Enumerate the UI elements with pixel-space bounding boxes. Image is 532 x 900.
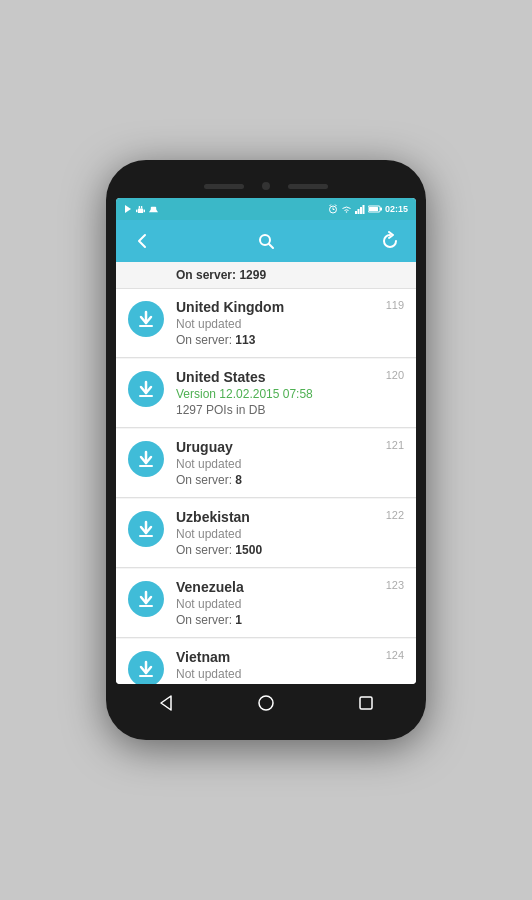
- svg-rect-1: [138, 208, 143, 213]
- item-server-uy: On server: 8: [176, 473, 404, 487]
- header-server-label: On server:: [176, 268, 239, 282]
- svg-marker-0: [125, 205, 131, 213]
- item-status-ve: Not updated: [176, 597, 404, 611]
- item-status-uz: Not updated: [176, 527, 404, 541]
- item-number-uy: 121: [386, 439, 404, 451]
- download-icon-uy[interactable]: [128, 441, 164, 477]
- download-icon-us[interactable]: [128, 371, 164, 407]
- item-content-uz: Uzbekistan Not updated On server: 1500: [176, 509, 404, 557]
- item-content-uk: United Kingdom Not updated On server: 11…: [176, 299, 404, 347]
- item-server-uz: On server: 1500: [176, 543, 404, 557]
- item-title-uy: Uruguay: [176, 439, 404, 455]
- download-icon-ve[interactable]: [128, 581, 164, 617]
- item-content-vn: Vietnam Not updated On server: 20: [176, 649, 404, 684]
- download-arrow-us: [137, 380, 155, 398]
- svg-rect-15: [360, 207, 362, 214]
- list-item[interactable]: Vietnam Not updated On server: 20 124: [116, 639, 416, 684]
- header-server-count: 1299: [239, 268, 266, 282]
- list-item[interactable]: Venezuela Not updated On server: 1 123: [116, 569, 416, 638]
- nav-bar: [116, 684, 416, 722]
- phone-screen: 02:15 On server: 1299: [116, 198, 416, 684]
- status-bar-right: 02:15: [328, 204, 408, 214]
- back-button[interactable]: [128, 227, 156, 255]
- item-server-uk: On server: 113: [176, 333, 404, 347]
- play-icon: [124, 205, 132, 213]
- item-status-uk: Not updated: [176, 317, 404, 331]
- recents-nav-button[interactable]: [352, 689, 380, 717]
- country-list: United Kingdom Not updated On server: 11…: [116, 289, 416, 684]
- item-server-vn: On server: 20: [176, 683, 404, 684]
- download-arrow-ve: [137, 590, 155, 608]
- list-item[interactable]: United States Version 12.02.2015 07:58 1…: [116, 359, 416, 428]
- list-item[interactable]: Uzbekistan Not updated On server: 1500 1…: [116, 499, 416, 568]
- list-item[interactable]: Uruguay Not updated On server: 8 121: [116, 429, 416, 498]
- download-arrow-uz: [137, 520, 155, 538]
- item-status-uy: Not updated: [176, 457, 404, 471]
- item-extra-us: 1297 POIs in DB: [176, 403, 404, 417]
- notification-icon: [149, 205, 158, 214]
- download-icon-uk[interactable]: [128, 301, 164, 337]
- svg-marker-34: [161, 696, 171, 710]
- item-title-uk: United Kingdom: [176, 299, 404, 315]
- alarm-icon: [328, 204, 338, 214]
- item-number-ve: 123: [386, 579, 404, 591]
- download-arrow-uy: [137, 450, 155, 468]
- list-header: On server: 1299: [116, 262, 416, 289]
- back-nav-icon: [157, 694, 175, 712]
- wifi-icon: [341, 205, 352, 214]
- svg-rect-36: [360, 697, 372, 709]
- item-title-us: United States: [176, 369, 404, 385]
- svg-line-12: [335, 205, 337, 207]
- svg-rect-2: [136, 209, 137, 212]
- list-item[interactable]: United Kingdom Not updated On server: 11…: [116, 289, 416, 358]
- item-status-us: Version 12.02.2015 07:58: [176, 387, 404, 401]
- download-icon-uz[interactable]: [128, 511, 164, 547]
- item-title-ve: Venezuela: [176, 579, 404, 595]
- signal-icon: [355, 205, 365, 214]
- svg-rect-3: [144, 209, 145, 212]
- app-toolbar: [116, 220, 416, 262]
- item-number-us: 120: [386, 369, 404, 381]
- android-icon: [136, 205, 145, 214]
- item-status-vn: Not updated: [176, 667, 404, 681]
- svg-rect-14: [357, 209, 359, 214]
- item-number-vn: 124: [386, 649, 404, 661]
- svg-rect-4: [139, 205, 140, 208]
- battery-icon: [368, 205, 382, 213]
- phone-device: 02:15 On server: 1299: [106, 160, 426, 740]
- svg-rect-19: [369, 207, 378, 211]
- item-content-ve: Venezuela Not updated On server: 1: [176, 579, 404, 627]
- item-server-ve: On server: 1: [176, 613, 404, 627]
- svg-marker-7: [149, 209, 158, 212]
- time-display: 02:15: [385, 204, 408, 214]
- svg-rect-16: [362, 205, 364, 214]
- download-icon-vn[interactable]: [128, 651, 164, 684]
- svg-line-21: [269, 244, 273, 248]
- recents-nav-icon: [358, 695, 374, 711]
- item-number-uz: 122: [386, 509, 404, 521]
- svg-rect-13: [355, 211, 357, 214]
- svg-point-35: [259, 696, 273, 710]
- status-bar-left: [124, 205, 158, 214]
- download-arrow-uk: [137, 310, 155, 328]
- item-content-us: United States Version 12.02.2015 07:58 1…: [176, 369, 404, 417]
- search-button[interactable]: [252, 227, 280, 255]
- svg-line-11: [329, 205, 331, 207]
- item-content-uy: Uruguay Not updated On server: 8: [176, 439, 404, 487]
- item-title-vn: Vietnam: [176, 649, 404, 665]
- download-arrow-vn: [137, 660, 155, 678]
- svg-rect-18: [380, 208, 382, 211]
- home-nav-icon: [257, 694, 275, 712]
- status-bar: 02:15: [116, 198, 416, 220]
- home-nav-button[interactable]: [252, 689, 280, 717]
- svg-rect-5: [141, 205, 142, 208]
- item-number-uk: 119: [386, 299, 404, 311]
- item-title-uz: Uzbekistan: [176, 509, 404, 525]
- back-nav-button[interactable]: [152, 689, 180, 717]
- refresh-button[interactable]: [376, 227, 404, 255]
